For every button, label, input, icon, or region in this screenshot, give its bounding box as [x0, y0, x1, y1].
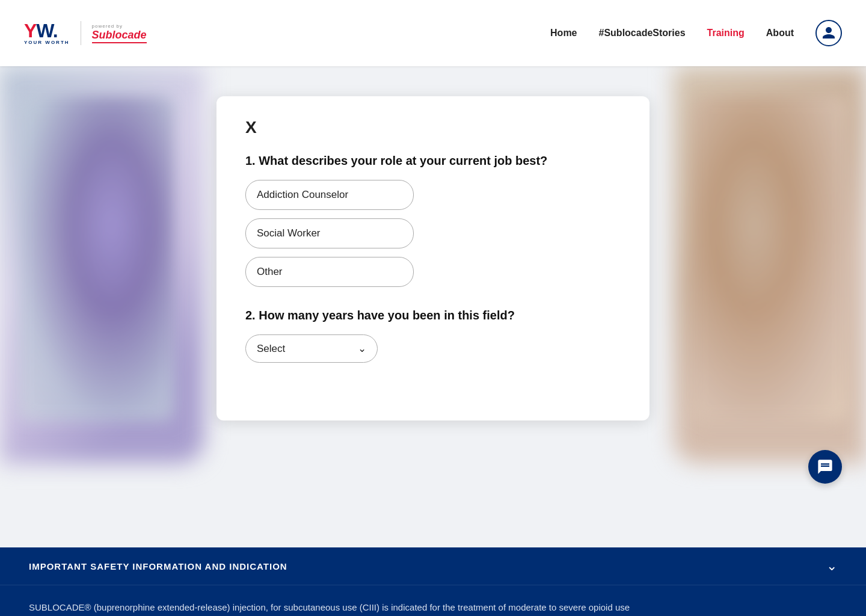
nav-stories[interactable]: #SublocadeStories: [599, 28, 686, 38]
nav-training[interactable]: Training: [707, 28, 745, 38]
your-worth-text: YOUR WORTH: [24, 40, 70, 45]
logo-area: YW. YOUR WORTH powered by Sublocade: [24, 21, 147, 45]
safety-footer: IMPORTANT SAFETY INFORMATION AND INDICAT…: [0, 547, 866, 616]
question-2-label: 2. How many years have you been in this …: [245, 309, 621, 322]
option-other[interactable]: Other: [245, 257, 414, 287]
question-2-block: 2. How many years have you been in this …: [245, 309, 621, 363]
sublocade-logo: Sublocade: [92, 29, 147, 43]
yw-letters: YW.: [24, 21, 58, 40]
question-1-block: 1. What describes your role at your curr…: [245, 154, 621, 287]
survey-modal: X 1. What describes your role at your cu…: [216, 96, 650, 420]
main-nav: Home #SublocadeStories Training About: [550, 28, 794, 38]
nav-home[interactable]: Home: [550, 28, 577, 38]
header: YW. YOUR WORTH powered by Sublocade Home…: [0, 0, 866, 66]
safety-body: SUBLOCADE® (buprenorphine extended-relea…: [0, 585, 662, 616]
user-account-button[interactable]: [815, 20, 842, 46]
safety-chevron-icon: ⌄: [826, 558, 837, 574]
chevron-down-icon: ⌄: [358, 342, 366, 355]
powered-by: powered by Sublocade: [92, 23, 147, 43]
select-placeholder: Select: [257, 343, 285, 355]
years-select[interactable]: Select ⌄: [245, 334, 378, 363]
logo-yw: YW. YOUR WORTH: [24, 21, 70, 45]
modal-close-button[interactable]: X: [245, 118, 257, 137]
chat-icon: [817, 458, 834, 475]
bg-left-image: [18, 96, 174, 421]
option-addiction-counselor[interactable]: Addiction Counselor: [245, 180, 414, 210]
chat-button[interactable]: [808, 450, 842, 484]
bg-right-image: [692, 96, 848, 421]
safety-body-text: SUBLOCADE® (buprenorphine extended-relea…: [29, 600, 633, 616]
logo-divider: [81, 21, 81, 45]
question-1-label: 1. What describes your role at your curr…: [245, 154, 621, 168]
safety-header[interactable]: IMPORTANT SAFETY INFORMATION AND INDICAT…: [0, 547, 866, 585]
nav-about[interactable]: About: [766, 28, 794, 38]
user-icon: [821, 26, 836, 40]
option-social-worker[interactable]: Social Worker: [245, 218, 414, 248]
safety-title: IMPORTANT SAFETY INFORMATION AND INDICAT…: [29, 561, 287, 571]
main-content: X 1. What describes your role at your cu…: [0, 66, 866, 547]
powered-by-label: powered by: [92, 23, 123, 29]
